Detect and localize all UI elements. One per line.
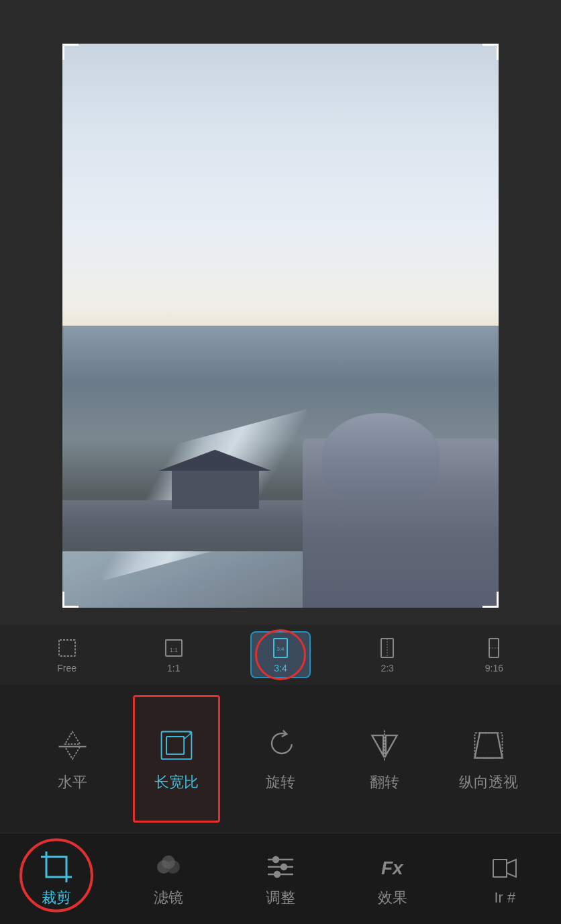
aspect-9-16-button[interactable]: 9:16 (464, 631, 524, 678)
3-4-icon: 3:4 (268, 636, 293, 660)
photo-frame (62, 30, 499, 608)
svg-point-22 (162, 856, 175, 869)
svg-marker-17 (386, 735, 397, 755)
svg-marker-19 (475, 733, 503, 757)
crop-corner-bl (62, 592, 79, 608)
horizontal-icon (52, 725, 93, 766)
extra-label: Ir # (494, 889, 515, 907)
perspective-label: 纵向透视 (459, 772, 518, 792)
svg-rect-7 (489, 639, 499, 657)
9-16-icon (482, 636, 506, 660)
filter-label: 滤镜 (154, 888, 183, 908)
image-area (0, 0, 561, 625)
horizontal-label: 水平 (58, 772, 87, 792)
svg-rect-13 (166, 737, 184, 754)
nav-extra-button[interactable]: Ir # (451, 839, 558, 919)
svg-text:Fx: Fx (381, 858, 404, 878)
perspective-icon (468, 725, 509, 766)
tool-rotate-button[interactable]: 旋转 (237, 695, 324, 823)
crop-icon (40, 850, 73, 884)
svg-rect-0 (59, 640, 75, 656)
crop-label: 裁剪 (42, 888, 71, 908)
svg-text:3:4: 3:4 (276, 646, 285, 652)
flip-icon (364, 725, 405, 766)
svg-point-26 (273, 857, 278, 862)
bottom-nav: 裁剪 滤镜 调整 Fx (0, 833, 561, 924)
tool-flip-button[interactable]: 翻转 (341, 695, 428, 823)
crop-frame (62, 44, 499, 608)
aspect-3-4-button[interactable]: 3:4 3:4 (250, 631, 311, 678)
adjust-label: 调整 (266, 888, 295, 908)
1-1-icon: 1:1 (162, 636, 186, 660)
crop-corner-tr (482, 44, 499, 60)
crop-corner-tl (62, 44, 79, 60)
1-1-label: 1:1 (167, 663, 180, 674)
aspect-tool-label: 长宽比 (154, 772, 199, 792)
effects-label: 效果 (378, 888, 407, 908)
svg-text:1:1: 1:1 (170, 647, 178, 653)
aspect-tool-icon (156, 725, 197, 766)
nav-effects-button[interactable]: Fx 效果 (339, 839, 446, 919)
aspect-2-3-button[interactable]: 2:3 (357, 631, 417, 678)
rotate-icon (260, 725, 301, 766)
svg-marker-11 (64, 747, 79, 759)
2-3-label: 2:3 (380, 663, 393, 674)
aspect-ratio-toolbar: Free 1:1 1:1 3:4 3:4 2:3 (0, 625, 561, 685)
nav-adjust-button[interactable]: 调整 (227, 839, 334, 919)
free-icon (55, 636, 79, 660)
filter-icon (152, 850, 185, 884)
adjust-icon (264, 850, 297, 884)
tool-horizontal-button[interactable]: 水平 (29, 695, 116, 823)
svg-marker-16 (372, 735, 383, 755)
aspect-1-1-button[interactable]: 1:1 1:1 (144, 631, 204, 678)
tool-aspect-button[interactable]: 长宽比 (133, 695, 220, 823)
nav-filter-button[interactable]: 滤镜 (115, 839, 222, 919)
svg-marker-9 (64, 731, 79, 744)
tools-toolbar: 水平 长宽比 旋转 (0, 685, 561, 833)
effects-icon: Fx (376, 850, 409, 884)
extra-icon (488, 851, 521, 885)
svg-point-27 (281, 864, 287, 870)
svg-line-14 (184, 733, 191, 739)
9-16-label: 9:16 (485, 663, 503, 674)
tool-perspective-button[interactable]: 纵向透视 (445, 695, 532, 823)
free-label: Free (57, 663, 76, 674)
3-4-label: 3:4 (274, 663, 287, 674)
svg-point-28 (274, 872, 280, 877)
rotate-label: 旋转 (266, 772, 295, 792)
aspect-free-button[interactable]: Free (37, 631, 97, 678)
nav-crop-button[interactable]: 裁剪 (3, 839, 110, 919)
flip-label: 翻转 (370, 772, 399, 792)
crop-corner-br (482, 592, 499, 608)
2-3-icon (375, 636, 399, 660)
